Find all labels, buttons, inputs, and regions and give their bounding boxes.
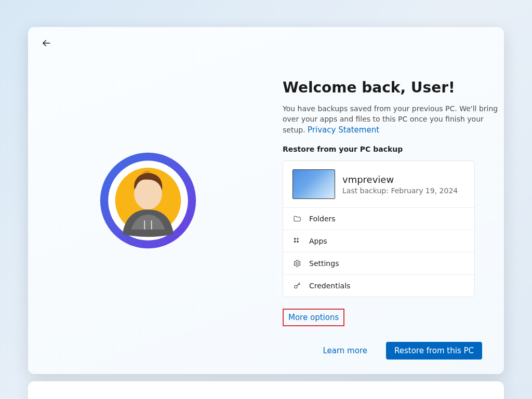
row-label: Credentials (309, 282, 350, 290)
row-label: Folders (309, 215, 336, 223)
svg-rect-8 (294, 241, 296, 243)
row-label: Apps (309, 237, 327, 245)
backup-row-folders[interactable]: Folders (283, 208, 474, 230)
backup-row-credentials[interactable]: Credentials (283, 275, 474, 297)
backup-device-row[interactable]: vmpreview Last backup: February 19, 2024 (283, 161, 474, 208)
backup-row-apps[interactable]: Apps (283, 230, 474, 252)
desktop-thumbnail-icon (292, 169, 335, 199)
page-description: You have backups saved from your previou… (283, 103, 501, 136)
more-options-link[interactable]: More options (283, 309, 344, 326)
svg-point-12 (295, 286, 297, 288)
svg-rect-9 (297, 241, 298, 243)
next-card-peek (28, 381, 504, 399)
apps-icon (292, 236, 302, 246)
backup-card: vmpreview Last backup: February 19, 2024… (283, 161, 475, 297)
svg-point-10 (297, 238, 298, 240)
gear-icon (292, 259, 302, 268)
arrow-left-icon (42, 38, 51, 50)
backup-device-name: vmpreview (342, 174, 458, 185)
learn-more-button[interactable]: Learn more (315, 342, 375, 360)
backup-last-date: Last backup: February 19, 2024 (342, 187, 458, 195)
restore-button[interactable]: Restore from this PC (386, 342, 482, 360)
key-icon (292, 281, 302, 290)
page-title: Welcome back, User! (283, 79, 501, 96)
content-pane: Welcome back, User! You have backups sav… (283, 79, 501, 326)
row-label: Settings (309, 259, 339, 268)
action-row: Learn more Restore from this PC (315, 342, 482, 360)
back-button[interactable] (39, 37, 53, 51)
user-avatar (98, 151, 198, 250)
svg-point-11 (296, 262, 298, 264)
setup-window: Welcome back, User! You have backups sav… (28, 27, 504, 374)
privacy-statement-link[interactable]: Privacy Statement (308, 125, 379, 135)
restore-subheading: Restore from your PC backup (283, 145, 501, 153)
backup-row-settings[interactable]: Settings (283, 252, 474, 275)
svg-rect-7 (294, 238, 296, 240)
folder-icon (292, 214, 302, 223)
